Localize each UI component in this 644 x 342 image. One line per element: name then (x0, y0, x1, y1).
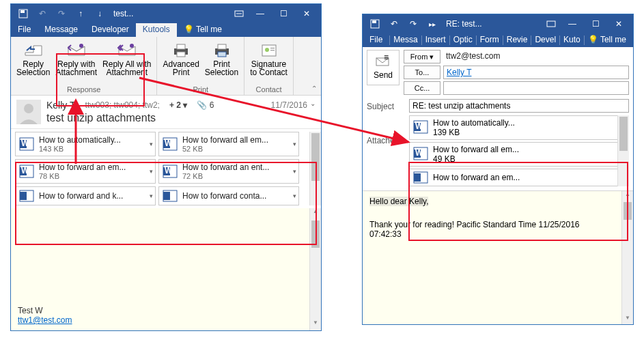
attachment-item[interactable]: How to forward and k...▾ (15, 186, 156, 205)
attachment-item[interactable]: WHow to forward all em...52 KB▾ (158, 132, 299, 156)
tab-developer[interactable]: Developer (85, 23, 136, 37)
svg-point-12 (265, 48, 269, 52)
undo-icon[interactable]: ↶ (384, 16, 404, 32)
tab-file[interactable]: File (11, 23, 38, 37)
cc-field[interactable] (443, 81, 629, 95)
svg-rect-29 (20, 192, 27, 200)
attachment-item[interactable]: WHow to automatically...143 KB▾ (15, 132, 156, 156)
tab-tellme[interactable]: 💡 Tell me (177, 23, 229, 37)
ribbon-toggle-icon[interactable] (542, 16, 561, 32)
tab-message[interactable]: Messa (390, 33, 421, 47)
word-icon (412, 171, 429, 184)
scroll-down-icon[interactable]: ▼ (622, 315, 633, 324)
attachment-item[interactable]: WHow to forward an ent...72 KB▾ (158, 159, 299, 184)
sender-name: Kelly T (46, 100, 76, 111)
signature-name: Test W (18, 306, 72, 315)
chevron-down-icon[interactable]: ▾ (293, 193, 296, 199)
attachment-count: 📎 6 (197, 100, 214, 110)
redo-icon[interactable]: ↷ (404, 16, 423, 32)
svg-rect-34 (547, 21, 555, 27)
svg-rect-1 (20, 10, 25, 13)
print-selection-button[interactable]: Print Selection (202, 40, 241, 78)
body-scrollbar[interactable]: ▲ ▼ (621, 191, 633, 324)
to-field[interactable]: Kelly T (443, 66, 629, 79)
compose-body[interactable]: Hello dear Kelly, Thank your for reading… (363, 190, 633, 324)
reply-with-attachment-button[interactable]: Reply with Attachment (53, 40, 100, 78)
attachment-item[interactable]: WHow to forward an em...78 KB▾ (15, 159, 156, 184)
chevron-down-icon[interactable]: ▾ (150, 193, 153, 199)
word-icon (18, 190, 35, 202)
minimize-button[interactable]: ― (561, 15, 584, 33)
signature-to-contact-button[interactable]: Signature to Contact (247, 40, 290, 78)
word-icon: W (162, 136, 178, 152)
header-chevron-icon[interactable]: ⌄ (307, 100, 316, 107)
attachment-item[interactable]: WHow to forward all em...49 KB▾ (409, 142, 629, 167)
down-icon[interactable]: ↓ (90, 5, 109, 22)
scroll-down-icon[interactable]: ▼ (310, 319, 321, 330)
svg-point-15 (24, 104, 33, 113)
signature-email[interactable]: ttw1@test.com (18, 315, 72, 325)
chevron-down-icon[interactable]: ▾ (150, 168, 153, 175)
to-button[interactable]: To... (404, 66, 440, 79)
attachment-item[interactable]: WHow to automatically...139 KB▾ (409, 115, 629, 140)
svg-rect-10 (218, 52, 226, 57)
up-icon[interactable]: ↑ (71, 5, 90, 22)
attachment-item[interactable]: How to forward conta...▾ (158, 186, 299, 205)
tab-message[interactable]: Message (38, 23, 85, 37)
svg-text:W: W (415, 148, 423, 158)
redo-icon[interactable]: ↷ (52, 5, 71, 22)
window-title: test... (113, 9, 229, 18)
tab-file[interactable]: File (363, 33, 389, 47)
from-value: ttw2@test.com (443, 50, 629, 63)
close-button[interactable]: ✕ (295, 5, 318, 23)
word-icon: W (18, 136, 35, 152)
body-scrollbar[interactable]: ▲ ▼ (309, 208, 321, 330)
attached-label: Attached (367, 115, 405, 145)
chevron-down-icon[interactable]: ▾ (150, 141, 153, 147)
svg-rect-9 (218, 44, 226, 49)
subject-label: Subject (367, 99, 405, 111)
tab-insert[interactable]: Insert (422, 33, 449, 47)
attachment-item[interactable]: How to forward an em...▾ (409, 169, 629, 186)
undo-icon[interactable]: ↶ (33, 5, 52, 22)
ribbon-collapse-icon[interactable]: ⌃ (311, 85, 317, 92)
ribbon-group-print: Advanced Print Print Selection Print (157, 37, 244, 95)
chevron-down-icon[interactable]: ▾ (293, 168, 296, 175)
svg-rect-7 (177, 52, 185, 57)
svg-rect-6 (177, 44, 185, 49)
send-button[interactable]: ≡ Send (367, 50, 400, 85)
more-icon[interactable]: ▸▸ (423, 16, 442, 32)
word-icon: W (412, 119, 429, 137)
maximize-button[interactable]: ☐ (272, 5, 295, 23)
ribbon-toggle-icon[interactable] (229, 5, 249, 22)
cc-button[interactable]: Cc... (404, 81, 440, 95)
more-recipients[interactable]: + 2 ▾ (169, 100, 187, 110)
maximize-button[interactable]: ☐ (584, 15, 607, 33)
svg-rect-14 (270, 50, 275, 51)
chevron-down-icon[interactable]: ▾ (293, 141, 296, 147)
from-button[interactable]: From ▾ (404, 50, 440, 63)
scroll-up-icon[interactable]: ▲ (310, 208, 321, 219)
svg-point-3 (79, 44, 83, 48)
scroll-up-icon[interactable]: ▲ (622, 191, 633, 201)
tab-format[interactable]: Form (477, 33, 503, 47)
tab-tellme[interactable]: 💡 Tell me (585, 33, 630, 47)
save-icon[interactable] (14, 5, 33, 22)
message-header: Kelly T ttw003; ttw004; ttw2; + 2 ▾ 📎 6 … (11, 96, 321, 129)
tab-developer[interactable]: Devel (531, 33, 559, 47)
reply-selection-button[interactable]: Reply Selection (14, 40, 53, 78)
tab-kutools[interactable]: Kutools (136, 23, 177, 37)
attachment-scrollbar[interactable] (309, 132, 321, 205)
attached-row: Attached WHow to automatically...139 KB▾… (363, 114, 633, 188)
minimize-button[interactable]: ― (249, 5, 272, 23)
close-button[interactable]: ✕ (607, 15, 630, 33)
tab-review[interactable]: Revie (503, 33, 531, 47)
attachment-scrollbar[interactable] (617, 115, 629, 186)
word-icon: W (412, 145, 429, 164)
save-icon[interactable] (365, 16, 384, 32)
advanced-print-button[interactable]: Advanced Print (160, 40, 201, 78)
subject-field[interactable]: RE: test unzip attachments (409, 99, 629, 113)
tab-kutools[interactable]: Kuto (560, 33, 584, 47)
reply-all-with-attachment-button[interactable]: Reply All with Attachment (100, 40, 154, 78)
tab-options[interactable]: Optic (450, 33, 476, 47)
